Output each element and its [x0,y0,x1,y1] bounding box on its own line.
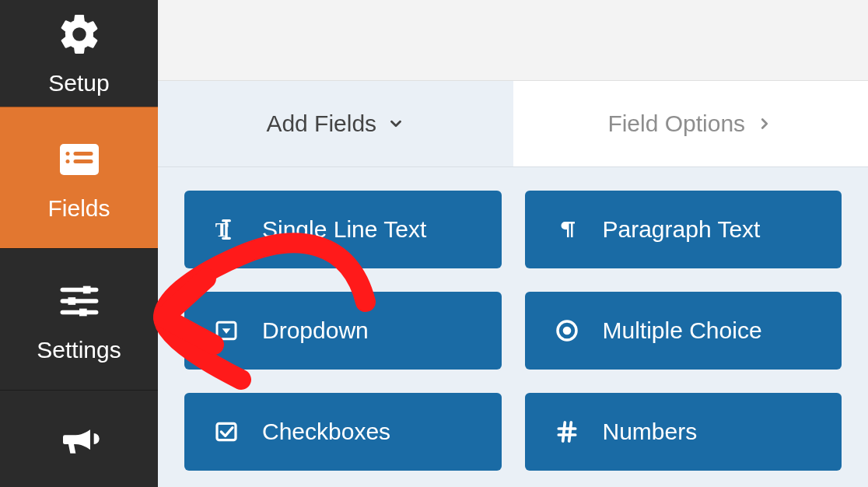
field-label: Paragraph Text [603,216,761,243]
chevron-right-icon [756,115,773,132]
gear-icon [54,9,104,59]
sidebar-item-marketing[interactable] [0,390,158,487]
svg-rect-4 [73,159,93,163]
svg-rect-2 [73,152,93,156]
hash-icon [553,418,581,446]
svg-rect-10 [79,308,87,316]
form-icon [54,135,104,184]
app-root: Setup Fields Settings Add Fields [0,0,868,487]
field-numbers[interactable]: Numbers [525,393,842,471]
svg-point-14 [562,327,571,335]
svg-rect-8 [82,286,90,293]
sidebar-item-setup[interactable]: Setup [0,0,158,107]
dropdown-icon [212,317,240,345]
field-label: Single Line Text [262,216,426,243]
tab-label: Field Options [607,110,745,137]
svg-line-18 [562,422,565,441]
svg-line-19 [569,422,571,441]
field-dropdown[interactable]: Dropdown [184,292,502,370]
tab-label: Add Fields [266,110,376,137]
svg-rect-1 [65,152,69,156]
tab-add-fields[interactable]: Add Fields [158,81,513,166]
sidebar-item-label: Fields [47,195,110,222]
field-label: Checkboxes [262,419,390,445]
checkbox-icon [212,418,240,446]
sidebar-item-label: Settings [37,337,121,363]
tab-field-options[interactable]: Field Options [513,81,869,166]
svg-text:T: T [215,219,229,241]
field-label: Numbers [603,419,698,445]
sidebar-item-label: Setup [48,70,109,96]
chevron-down-icon [387,115,404,132]
field-multiple-choice[interactable]: Multiple Choice [525,292,842,370]
svg-rect-15 [217,423,236,440]
pilcrow-icon [553,215,581,243]
svg-rect-9 [68,297,75,305]
main-area: Add Fields Field Options T Single Line T… [158,0,868,487]
svg-rect-3 [65,159,69,163]
top-bar [158,0,868,81]
field-label: Multiple Choice [603,317,762,344]
sidebar-item-settings[interactable]: Settings [0,248,158,390]
tab-bar: Add Fields Field Options [158,81,868,167]
field-single-line-text[interactable]: T Single Line Text [184,191,502,268]
field-label: Dropdown [262,317,369,344]
field-paragraph-text[interactable]: Paragraph Text [525,191,842,268]
fields-panel: T Single Line Text Paragraph Text Dropdo… [158,167,868,487]
field-checkboxes[interactable]: Checkboxes [184,393,502,471]
sliders-icon [54,276,104,326]
text-cursor-icon: T [212,215,240,243]
sidebar: Setup Fields Settings [0,0,158,487]
megaphone-icon [54,414,104,464]
radio-icon [553,317,581,345]
field-grid: T Single Line Text Paragraph Text Dropdo… [184,191,842,471]
sidebar-item-fields[interactable]: Fields [0,107,158,248]
